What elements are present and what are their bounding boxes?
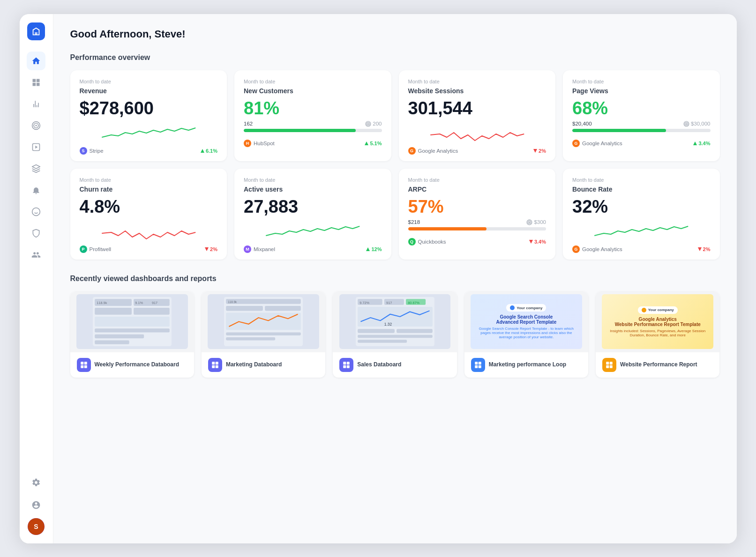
sparkline-chart bbox=[80, 121, 218, 143]
svg-rect-73 bbox=[475, 362, 478, 364]
svg-marker-26 bbox=[529, 240, 533, 244]
svg-rect-55 bbox=[216, 365, 218, 368]
metric-period: Month to date bbox=[244, 177, 382, 183]
metric-period: Month to date bbox=[408, 177, 546, 183]
svg-rect-60 bbox=[358, 307, 433, 327]
metric-card-churn-rate: Month to date Churn rate 4.8% P Profitwe… bbox=[70, 169, 227, 260]
dashboard-card-sales-databoard[interactable]: 9.72% 917 80.67% 1.32 Sales Databoard bbox=[333, 291, 457, 378]
source-name: HubSpot bbox=[254, 141, 275, 146]
svg-rect-78 bbox=[610, 362, 613, 364]
metric-footer: G Google Analytics 2% bbox=[408, 147, 546, 155]
sidebar-settings[interactable] bbox=[27, 473, 45, 492]
svg-marker-22 bbox=[366, 247, 370, 251]
metric-source: P Profitwell bbox=[80, 245, 112, 253]
dashboard-card-weekly-performance[interactable]: 118.9k 9.1% 917 Weekly Performance Datab… bbox=[70, 291, 194, 378]
sidebar-item-bar-chart[interactable] bbox=[27, 95, 45, 113]
sidebar-item-home[interactable] bbox=[27, 52, 45, 70]
header: Good Afternoon, Steve! bbox=[70, 28, 720, 40]
svg-rect-0 bbox=[35, 32, 37, 35]
metric-title: Active users bbox=[244, 186, 382, 193]
svg-rect-54 bbox=[212, 365, 215, 368]
svg-rect-64 bbox=[358, 329, 395, 333]
sidebar-item-shield[interactable] bbox=[27, 224, 45, 243]
source-icon: S bbox=[80, 147, 87, 155]
svg-marker-5 bbox=[35, 145, 37, 149]
recently-viewed-section: Recently viewed dashboards and reports 1… bbox=[70, 275, 720, 378]
metric-badge: 12% bbox=[366, 246, 382, 252]
dashboard-info: Marketing Databoard bbox=[202, 352, 325, 378]
source-icon: G bbox=[572, 245, 580, 253]
sidebar-item-bell[interactable] bbox=[27, 181, 45, 200]
metric-value: 301,544 bbox=[408, 99, 546, 117]
dashboard-thumb: Your company Google AnalyticsWebsite Per… bbox=[596, 291, 719, 352]
svg-rect-67 bbox=[358, 340, 407, 342]
metric-badge: 3.4% bbox=[693, 141, 710, 146]
app-shell: S Good Afternoon, Steve! Performance ove… bbox=[20, 14, 737, 543]
dashboard-icon bbox=[602, 358, 616, 372]
sidebar-item-play[interactable] bbox=[27, 138, 45, 156]
metric-source: Q Quickbooks bbox=[408, 238, 446, 245]
metric-badge: 5.1% bbox=[364, 141, 382, 146]
dashboard-card-marketing-performance-loop[interactable]: Your company Google Search ConsoleAdvanc… bbox=[464, 291, 588, 378]
thumb-databoard: 118.9k 9.1% 917 bbox=[76, 294, 188, 349]
svg-rect-65 bbox=[397, 329, 433, 333]
metric-value: 57% bbox=[408, 198, 546, 215]
dashboard-thumb: 118.9k bbox=[202, 291, 325, 352]
metric-footer: G Google Analytics 2% bbox=[572, 245, 711, 253]
dashboard-card-website-performance-report[interactable]: Your company Google AnalyticsWebsite Per… bbox=[596, 291, 719, 378]
sidebar-item-layers[interactable] bbox=[27, 159, 45, 178]
metric-card-bounce-rate: Month to date Bounce Rate 32% G Google A… bbox=[563, 169, 720, 260]
svg-rect-34 bbox=[95, 328, 170, 332]
metric-title: Bounce Rate bbox=[572, 186, 711, 193]
app-logo[interactable] bbox=[27, 22, 45, 40]
metric-period: Month to date bbox=[244, 79, 382, 84]
progress-bar bbox=[572, 129, 666, 132]
sidebar-item-users[interactable] bbox=[27, 245, 45, 264]
metric-period: Month to date bbox=[80, 79, 218, 84]
metric-footer: P Profitwell 2% bbox=[80, 245, 218, 253]
performance-section: Performance overview Month to date Reven… bbox=[70, 53, 720, 260]
svg-rect-45 bbox=[226, 299, 301, 304]
metric-title: New Customers bbox=[244, 87, 382, 95]
svg-point-24 bbox=[528, 221, 531, 224]
metrics-row-1: Month to date Revenue $278,600 S Stripe … bbox=[70, 70, 720, 161]
metric-card-new-customers: Month to date New Customers 81% 162 200 … bbox=[234, 70, 391, 161]
metric-period: Month to date bbox=[572, 177, 711, 183]
metric-title: ARPC bbox=[408, 186, 546, 193]
source-icon: Q bbox=[408, 238, 416, 245]
svg-text:S: S bbox=[34, 523, 38, 530]
metric-badge: 2% bbox=[533, 148, 546, 154]
template-sub: Insights included: Sessions, Pageviews, … bbox=[606, 329, 710, 337]
template-title: Google AnalyticsWebsite Performance Repo… bbox=[615, 317, 701, 327]
svg-marker-11 bbox=[201, 149, 204, 153]
metric-card-page-views: Month to date Page Views 68% $20,400 $30… bbox=[563, 70, 720, 161]
svg-point-3 bbox=[35, 125, 37, 126]
thumb-databoard3: 9.72% 917 80.67% 1.32 bbox=[339, 294, 451, 349]
thumb-template1: Your company Google Search ConsoleAdvanc… bbox=[471, 294, 582, 349]
user-avatar[interactable]: S bbox=[28, 518, 45, 535]
metric-value: $278,600 bbox=[80, 99, 218, 117]
metric-value: 4.8% bbox=[80, 198, 218, 215]
dashboard-name: Weekly Performance Databoard bbox=[95, 361, 180, 369]
svg-rect-49 bbox=[226, 333, 301, 335]
dashboard-card-marketing-databoard[interactable]: 118.9k Marketing Databoard bbox=[202, 291, 325, 378]
svg-rect-48 bbox=[226, 313, 301, 330]
svg-point-13 bbox=[367, 122, 370, 126]
svg-rect-80 bbox=[610, 365, 613, 368]
svg-text:118.9k: 118.9k bbox=[97, 301, 107, 305]
dashboard-icon bbox=[471, 358, 485, 372]
source-name: Quickbooks bbox=[418, 239, 446, 245]
svg-point-6 bbox=[32, 208, 40, 215]
metric-period: Month to date bbox=[572, 79, 711, 84]
svg-rect-53 bbox=[216, 362, 218, 364]
sidebar-item-smile[interactable] bbox=[27, 202, 45, 221]
metric-title: Page Views bbox=[572, 87, 711, 95]
sidebar-account[interactable] bbox=[27, 496, 45, 514]
sidebar-item-target[interactable] bbox=[27, 116, 45, 135]
metric-current: $20,400 bbox=[572, 121, 592, 126]
svg-point-14 bbox=[368, 123, 369, 124]
sidebar-item-grid[interactable] bbox=[27, 73, 45, 92]
sparkline-chart bbox=[244, 219, 382, 242]
source-name: Profitwell bbox=[90, 246, 112, 252]
metric-badge: 3.4% bbox=[529, 239, 546, 245]
